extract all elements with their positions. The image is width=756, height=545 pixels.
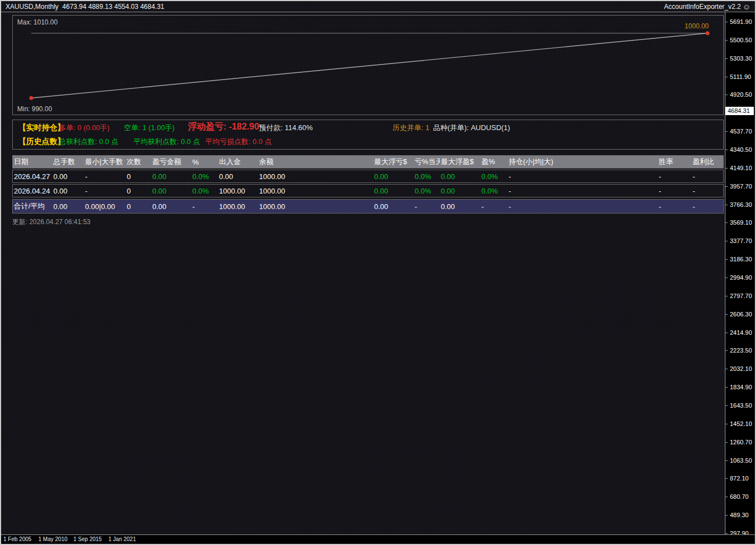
table-cell: 0.00 (440, 187, 480, 195)
price-axis-label: 3569.10 (730, 219, 752, 226)
table-cell: 0.00 (52, 187, 84, 195)
smiley-icon[interactable]: ☺ (743, 3, 750, 11)
table-cell: - (84, 187, 126, 195)
time-axis-label: 1 Sep 2015 (73, 536, 102, 542)
table-summary-cell: 合计/平均 (13, 201, 52, 211)
table-summary-cell: 0.00 (52, 202, 84, 211)
price-axis-label: 2606.30 (730, 311, 752, 318)
mt4-chart-window: XAUUSD,Monthly 4673.94 4889.13 4554.03 4… (0, 0, 756, 545)
table-header-cell: 最小|大手数 (84, 157, 126, 167)
table-summary-cell: - (191, 202, 218, 211)
time-axis-label: 1 May 2010 (38, 536, 67, 542)
table-cell: 0.00 (151, 187, 191, 195)
price-axis-label: 1834.90 (730, 384, 752, 390)
table-cell: - (692, 187, 724, 195)
table-summary-cell: 0.00 (151, 202, 191, 211)
price-axis-label: 680.70 (730, 493, 749, 500)
time-axis-label: 1 Feb 2005 (3, 536, 32, 542)
balance-line-chart (13, 16, 723, 115)
table-summary-row: 合计/平均0.000.00|0.0000.00-1000.001000.000.… (12, 199, 724, 214)
table-row: 2026.04.240.00-00.000.0%1000.001000.000.… (12, 184, 724, 197)
chart-end-value-label: 1000.00 (685, 22, 709, 30)
table-cell: 1000.00 (258, 187, 373, 195)
price-axis-label: 1643.50 (730, 402, 752, 409)
table-summary-cell: 1000.00 (218, 202, 258, 211)
chart-area[interactable]: Max: 1010.00 Min: 990.00 1000.00 【实时持仓】 … (1, 12, 725, 534)
price-axis-label: 5111.90 (730, 73, 751, 80)
table-summary-cell: - (480, 202, 508, 211)
price-axis-label: 1452.10 (730, 420, 752, 427)
price-axis[interactable]: 4684.31 5691.905500.505303.305111.904920… (725, 12, 755, 534)
table-row: 2026.04.270.00-00.000.0%0.001000.000.000… (12, 170, 724, 183)
table-cell: 0 (126, 187, 151, 195)
price-axis-label: 5303.30 (730, 55, 752, 62)
price-axis-label: 3186.30 (730, 256, 752, 262)
table-cell: 0.00 (440, 172, 480, 181)
table-header-cell: 最大浮盈$ (440, 157, 480, 167)
symbol-merged-stat: 品种(并单): AUDUSD(1) (433, 123, 510, 132)
table-cell: 2026.04.24 (13, 187, 52, 195)
chart-min-label: Min: 990.00 (17, 105, 52, 113)
short-position-stat: 空单: 1 (1.00手) (124, 123, 175, 132)
table-cell: 0.0% (414, 187, 440, 195)
table-cell: 0.0% (480, 187, 508, 195)
price-axis-label: 4340.50 (730, 146, 752, 153)
floating-pl-stat: 浮动盈亏: -182.90 (188, 122, 259, 131)
table-cell: 0.00 (373, 172, 414, 181)
history-merged-stat: 历史并单: 1 (392, 123, 429, 132)
price-axis-label: 2414.90 (730, 329, 752, 336)
table-header-cell: 最大浮亏$ (373, 157, 414, 167)
price-axis-label: 4920.50 (730, 91, 752, 98)
table-summary-cell: 1000.00 (258, 202, 373, 211)
time-axis-label: 1 Jan 2021 (108, 536, 136, 542)
table-header-row: 日期总手数最小|大手数次数盈亏金额%出入金余额最大浮亏$亏%当天最大浮盈$盈%持… (12, 155, 724, 169)
table-header-cell: 次数 (126, 157, 151, 167)
price-axis-label: 3766.30 (730, 201, 752, 208)
update-timestamp: 更新: 2026.04.27 06:41:53 (12, 217, 91, 227)
avg-loss-points-stat: 平均亏损点数: 0.0 点 (205, 137, 272, 146)
table-cell: 1000.00 (258, 172, 373, 181)
price-axis-label: 2223.50 (730, 347, 752, 354)
time-axis[interactable]: 1 Feb 20051 May 20101 Sep 20151 Jan 2021 (1, 534, 755, 544)
daily-stats-table: 日期总手数最小|大手数次数盈亏金额%出入金余额最大浮亏$亏%当天最大浮盈$盈%持… (12, 155, 724, 215)
table-cell: 1000.00 (218, 187, 258, 195)
table-cell: 0.00 (151, 172, 191, 181)
table-header-cell: 盈利比 (692, 157, 724, 167)
table-cell: - (508, 172, 658, 181)
chart-symbol-title: XAUUSD,Monthly 4673.94 4889.13 4554.03 4… (6, 3, 165, 11)
table-cell: 0.00 (373, 187, 414, 195)
titlebar-right: AccountInfoExporter_v2.2 ☺ (664, 3, 750, 11)
price-axis-label: 3377.70 (730, 237, 752, 244)
price-axis-label: 1063.50 (730, 457, 752, 464)
price-axis-label: 5691.90 (730, 18, 752, 25)
price-axis-label: 2032.10 (730, 365, 752, 372)
table-cell: - (658, 187, 692, 195)
table-header-cell: % (191, 158, 218, 166)
indicator-title: AccountInfoExporter_v2.2 (664, 3, 741, 11)
table-cell: 0.0% (480, 172, 508, 181)
table-summary-cell: - (508, 202, 658, 211)
table-summary-cell: 0.00|0.00 (84, 202, 126, 211)
total-profit-points-stat: 总获利点数: 0.0 点 (59, 137, 118, 146)
price-axis-label: 4149.10 (730, 165, 752, 171)
table-summary-cell: - (414, 202, 440, 211)
price-axis-label: 2994.90 (730, 274, 752, 281)
table-cell: - (658, 172, 692, 181)
long-position-stat: 多单: 0 (0.00手) (59, 123, 110, 132)
table-header-cell: 出入金 (218, 157, 258, 167)
table-header-cell: 持仓(小|均|大) (508, 157, 658, 167)
price-axis-label: 3957.70 (730, 183, 752, 190)
table-summary-cell: - (658, 202, 692, 211)
table-summary-cell: - (692, 202, 724, 211)
table-header-cell: 总手数 (52, 157, 84, 167)
titlebar: XAUUSD,Monthly 4673.94 4889.13 4554.03 4… (1, 1, 755, 12)
table-summary-cell: 0.00 (440, 202, 480, 211)
balance-chart-panel: Max: 1010.00 Min: 990.00 1000.00 (12, 15, 724, 115)
avg-profit-points-stat: 平均获利点数: 0.0 点 (133, 137, 200, 146)
table-cell: 0.0% (414, 172, 440, 181)
price-axis-label: 5500.50 (730, 37, 752, 43)
table-header-cell: 余额 (258, 157, 373, 167)
price-axis-label: 1260.70 (730, 439, 752, 445)
chart-max-label: Max: 1010.00 (17, 18, 58, 26)
price-axis-label: 489.30 (730, 512, 749, 518)
